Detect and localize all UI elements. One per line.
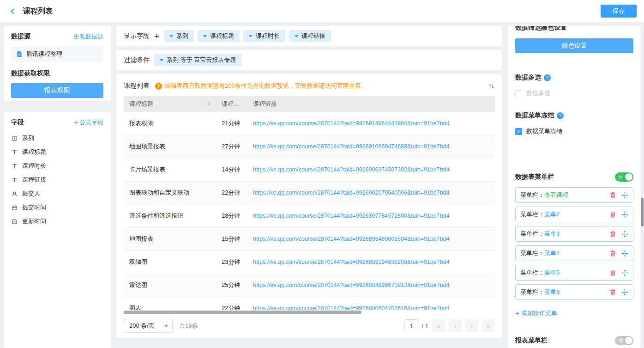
course-link[interactable]: https://ke.qq.com/course/2870144?taid=99… xyxy=(253,120,489,127)
field-item[interactable]: 课程链接 xyxy=(11,173,103,187)
course-link[interactable]: https://ke.qq.com/course/2870144?taid=99… xyxy=(253,305,489,310)
course-link[interactable]: https://ke.qq.com/course/2870144?taid=99… xyxy=(253,236,489,242)
display-field-chip[interactable]: 课程时长 xyxy=(243,30,285,42)
menu-freeze-checkbox-label: 数据菜单冻结 xyxy=(526,127,562,135)
move-icon[interactable] xyxy=(621,269,628,276)
next-page-button[interactable]: › xyxy=(465,319,478,332)
color-settings-title: 数据筛选颜色设置 xyxy=(515,26,633,32)
chevron-down-icon xyxy=(249,35,253,37)
report-permission-button[interactable]: 报表权限 xyxy=(11,83,103,98)
course-link[interactable]: https://ke.qq.com/course/2870144?taid=99… xyxy=(253,259,489,265)
menu-item-prefix: 菜单栏： xyxy=(520,288,544,296)
page-total: / 1 xyxy=(422,323,428,330)
course-link[interactable]: https://ke.qq.com/course/2870144?taid=99… xyxy=(253,189,489,196)
trash-icon[interactable] xyxy=(609,211,616,218)
chevron-down-icon xyxy=(160,59,163,61)
course-link[interactable]: https://ke.qq.com/course/2870144?taid=99… xyxy=(253,166,489,173)
datasource-title: 数据源 xyxy=(11,32,30,41)
table-panel: 课程列表 编辑界面只取数据源前200条作为查询数据预览，完整数据请访问页面查看。… xyxy=(116,74,502,338)
color-settings-button[interactable]: 颜色设置 xyxy=(515,38,633,53)
course-link-cell: https://ke.qq.com/course/2870144?taid=99… xyxy=(247,250,495,274)
table-menu-toggle[interactable]: 开 xyxy=(615,172,633,182)
fields-title: 字段 xyxy=(11,118,24,127)
add-display-field-icon[interactable] xyxy=(154,32,159,41)
multi-select-checkbox[interactable] xyxy=(515,90,522,97)
trash-icon[interactable] xyxy=(609,289,616,296)
field-item[interactable]: 系列 xyxy=(11,131,103,145)
display-field-chip[interactable]: 系列 xyxy=(164,30,194,42)
trash-icon[interactable] xyxy=(609,250,616,257)
display-field-chip[interactable]: 课程链接 xyxy=(289,30,331,42)
move-icon[interactable] xyxy=(621,231,628,238)
column-header[interactable]: 课程... xyxy=(216,96,247,112)
chevron-down-icon xyxy=(295,35,298,37)
display-fields-bar: 显示字段 系列课程标题课程时长课程链接 xyxy=(116,26,502,46)
field-item[interactable]: 课程时长 xyxy=(11,159,103,173)
field-item[interactable]: 更新时间 xyxy=(11,214,103,228)
field-item[interactable]: 提交时间 xyxy=(11,201,103,214)
course-duration-cell: 28分钟 xyxy=(216,204,247,227)
multi-select-checkbox-label: 数据多选 xyxy=(526,89,550,98)
last-page-button[interactable]: » xyxy=(482,319,495,332)
field-item[interactable]: 提交人 xyxy=(11,187,103,201)
move-icon[interactable] xyxy=(621,192,628,199)
date-field-icon xyxy=(11,205,18,211)
add-formula-field-link[interactable]: 公式字段 xyxy=(74,118,103,127)
course-duration-cell: 15分钟 xyxy=(216,227,247,250)
prev-page-button[interactable]: ‹ xyxy=(449,319,462,332)
display-field-chips: 系列课程标题课程时长课程链接 xyxy=(164,30,331,42)
table-row: 地图报表15分钟https://ke.qq.com/course/2870144… xyxy=(124,227,495,250)
add-menu-link[interactable]: 添加操作菜单 xyxy=(515,309,557,317)
report-menu-toggle[interactable]: 关 xyxy=(615,336,633,345)
horizontal-scrollbar-thumb[interactable] xyxy=(124,311,361,314)
display-field-chip[interactable]: 课程标题 xyxy=(198,30,240,42)
filter-condition-chip[interactable]: 系列 等于 百宝云报表专题 xyxy=(154,54,241,66)
menu-item-value: 查看课程 xyxy=(544,191,568,199)
menu-freeze-checkbox[interactable] xyxy=(515,128,522,135)
course-link[interactable]: https://ke.qq.com/course/2870144?taid=99… xyxy=(253,213,489,219)
page-size-select[interactable]: 200 条/页 xyxy=(124,319,173,333)
chevron-down-icon xyxy=(203,35,207,37)
page-number-input[interactable]: 1 xyxy=(404,319,418,332)
back-arrow-icon xyxy=(11,8,17,14)
course-title-cell: 地图场景报表 xyxy=(124,135,216,158)
menu-item-prefix: 菜单栏： xyxy=(520,210,544,219)
first-page-button[interactable]: « xyxy=(432,319,445,332)
trash-icon[interactable] xyxy=(609,269,616,276)
table-footer: 200 条/页 共16条 1 / 1 « ‹ › » xyxy=(124,318,495,333)
trash-icon[interactable] xyxy=(609,192,616,199)
horizontal-scrollbar[interactable] xyxy=(124,311,495,314)
column-header[interactable]: 课程标题 xyxy=(124,96,216,112)
display-fields-label: 显示字段 xyxy=(124,32,150,40)
chip-label: 课程时长 xyxy=(256,32,280,40)
sort-icon[interactable] xyxy=(241,102,242,106)
field-item[interactable]: 课程标题 xyxy=(11,145,103,159)
save-button[interactable]: 保存 xyxy=(601,5,637,18)
course-link-cell: https://ke.qq.com/course/2870144?taid=99… xyxy=(247,274,495,297)
multi-select-title: 数据多选 xyxy=(515,73,541,82)
help-icon[interactable] xyxy=(557,112,564,119)
course-link-cell: https://ke.qq.com/course/2870144?taid=99… xyxy=(247,181,495,204)
column-header-label: 课程标题 xyxy=(129,100,153,108)
help-icon[interactable] xyxy=(544,74,551,81)
course-title-cell: 地图报表 xyxy=(124,227,216,250)
course-link[interactable]: https://ke.qq.com/course/2870144?taid=99… xyxy=(253,143,489,150)
move-icon[interactable] xyxy=(621,289,628,296)
change-datasource-link[interactable]: 更改数据源 xyxy=(73,32,103,41)
filter-chips: 系列 等于 百宝云报表专题 xyxy=(154,54,241,66)
field-label: 提交人 xyxy=(22,189,40,198)
vertical-scrollbar[interactable] xyxy=(641,198,644,226)
sort-icon[interactable] xyxy=(207,102,211,106)
menu-bar-item: 菜单栏：菜单5 xyxy=(515,265,633,281)
datasource-name: 腾讯课程整理 xyxy=(26,50,62,58)
datasource-item[interactable]: 腾讯课程整理 xyxy=(11,46,103,62)
back-button[interactable] xyxy=(7,5,19,17)
move-icon[interactable] xyxy=(621,211,628,218)
filter-bar: 过滤条件 系列 等于 百宝云报表专题 xyxy=(116,50,502,70)
sort-updown-icon[interactable] xyxy=(488,83,495,90)
move-icon[interactable] xyxy=(621,250,628,257)
menu-bar-item: 菜单栏：菜单4 xyxy=(515,245,633,261)
course-title-cell: 筛选条件和筛选按钮 xyxy=(124,204,216,227)
course-link[interactable]: https://ke.qq.com/course/2870144?taid=99… xyxy=(253,282,489,288)
trash-icon[interactable] xyxy=(609,231,616,238)
